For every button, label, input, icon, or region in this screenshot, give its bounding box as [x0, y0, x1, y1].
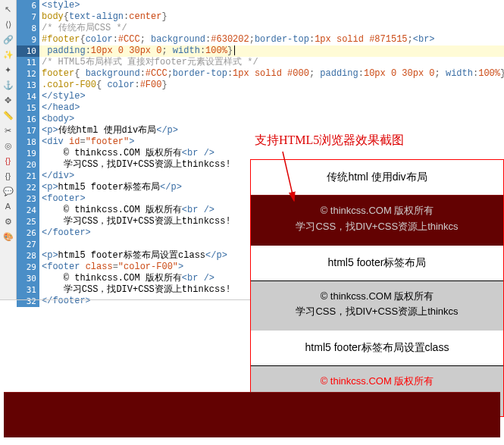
code-line[interactable]: © thinkcss.COM 版权所有<br />	[39, 148, 504, 159]
tool-gear-icon[interactable]: ⚙	[2, 215, 15, 228]
line-number: 6	[17, 0, 39, 11]
line-number: 25	[17, 216, 39, 227]
tool-anchor-icon[interactable]: ⚓	[2, 78, 15, 92]
tool-magic-icon[interactable]: ✦	[2, 63, 15, 77]
tool-link-icon[interactable]: 🔗	[2, 33, 15, 46]
tool-ruler-icon[interactable]: 📏	[2, 108, 15, 122]
tagline-text: 学习CSS，找DIV+CSS资源上thinkcs	[296, 306, 458, 317]
editor-toolbar: ↖ ⟨⟩ 🔗 ✨ ✦ ⚓ ✥ 📏 ✂ ◎ {} {} 💬 A ⚙ 🎨	[0, 0, 17, 299]
line-gutter: 6789101112131415161718192021222324252627…	[17, 0, 39, 307]
tool-target-icon[interactable]: ◎	[2, 139, 15, 152]
line-number: 21	[17, 171, 39, 182]
line-number: 28	[17, 250, 39, 262]
tool-note-icon[interactable]: 💬	[2, 184, 15, 198]
line-number: 32	[17, 296, 39, 307]
line-number: 12	[17, 68, 39, 80]
code-line[interactable]: <style>	[39, 0, 504, 11]
tool-color-icon[interactable]: 🎨	[2, 230, 15, 243]
tool-cut-icon[interactable]: ✂	[2, 124, 15, 137]
preview-footer-2: © thinkcss.COM 版权所有 学习CSS，找DIV+CSS资源上thi…	[251, 280, 503, 331]
line-number: 24	[17, 205, 39, 216]
tool-brace2-icon[interactable]: {}	[2, 169, 15, 183]
line-number: 26	[17, 227, 39, 239]
line-number: 30	[17, 273, 39, 284]
code-line[interactable]: </head>	[39, 102, 504, 114]
line-number: 23	[17, 193, 39, 205]
tool-brace-icon[interactable]: {}	[2, 154, 15, 168]
code-line[interactable]: .color-F00{ color:#F00}	[39, 80, 504, 91]
line-number: 18	[17, 136, 39, 148]
line-number: 19	[17, 148, 39, 159]
annotation-label: 支持HTML5浏览器效果截图	[255, 133, 404, 149]
tool-move-icon[interactable]: ✥	[2, 93, 15, 107]
preview-title-3: html5 footer标签布局设置class	[251, 331, 503, 365]
tool-arrow-icon[interactable]: ↖	[2, 2, 15, 16]
code-line[interactable]: body{text-align:center}	[39, 11, 504, 23]
preview-footer-1: © thinkcss.COM 版权所有 学习CSS，找DIV+CSS资源上thi…	[251, 195, 503, 246]
preview-title-1: 传统html 使用div布局	[251, 160, 503, 195]
line-number: 15	[17, 102, 39, 114]
line-number: 22	[17, 182, 39, 193]
line-number: 8	[17, 23, 39, 34]
line-number: 10	[17, 45, 39, 57]
line-number: 27	[17, 239, 39, 250]
line-number: 29	[17, 262, 39, 273]
browser-preview: 传统html 使用div布局 © thinkcss.COM 版权所有 学习CSS…	[250, 159, 504, 417]
tagline-text: 学习CSS，找DIV+CSS资源上thinkcs	[296, 221, 458, 232]
code-line[interactable]: /* HTML5布局样式 直接对footer元素设置样式 */	[39, 57, 504, 68]
line-number: 13	[17, 80, 39, 91]
code-line[interactable]: #footer{color:#CCC; background:#630202;b…	[39, 34, 504, 45]
line-number: 16	[17, 114, 39, 125]
line-number: 17	[17, 125, 39, 136]
bottom-footer-bar	[4, 392, 500, 437]
line-number: 20	[17, 159, 39, 171]
preview-title-2: html5 footer标签布局	[251, 246, 503, 280]
copyright-text: © thinkcss.COM 版权所有	[321, 290, 434, 302]
tool-letter-icon[interactable]: A	[2, 199, 15, 213]
line-number: 7	[17, 11, 39, 23]
line-number: 14	[17, 91, 39, 102]
code-line[interactable]: padding:10px 0 30px 0; width:100%}	[39, 45, 504, 57]
copyright-text: © thinkcss.COM 版权所有	[321, 205, 434, 216]
line-number: 31	[17, 284, 39, 296]
code-line[interactable]: /* 传统布局CSS */	[39, 23, 504, 34]
code-line[interactable]: footer{ background:#CCC;border-top:1px s…	[39, 68, 504, 80]
line-number: 9	[17, 34, 39, 45]
tool-wand-icon[interactable]: ✨	[2, 48, 15, 61]
tool-brackets-icon[interactable]: ⟨⟩	[2, 17, 15, 31]
line-number: 11	[17, 57, 39, 68]
code-line[interactable]: <body>	[39, 114, 504, 125]
copyright-text: © thinkcss.COM 版权所有	[321, 375, 434, 387]
code-line[interactable]: </style>	[39, 91, 504, 102]
